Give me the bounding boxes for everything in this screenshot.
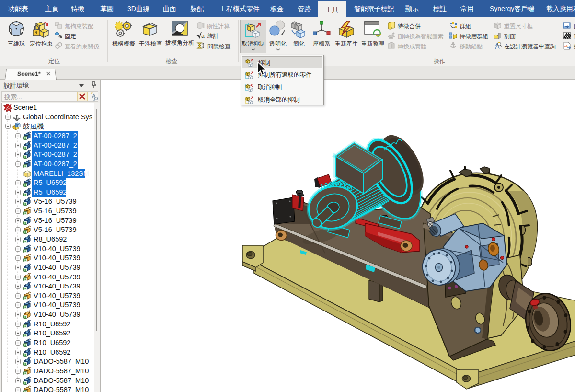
svg-text:ab: ab: [564, 45, 568, 48]
svg-text:a: a: [201, 33, 205, 39]
